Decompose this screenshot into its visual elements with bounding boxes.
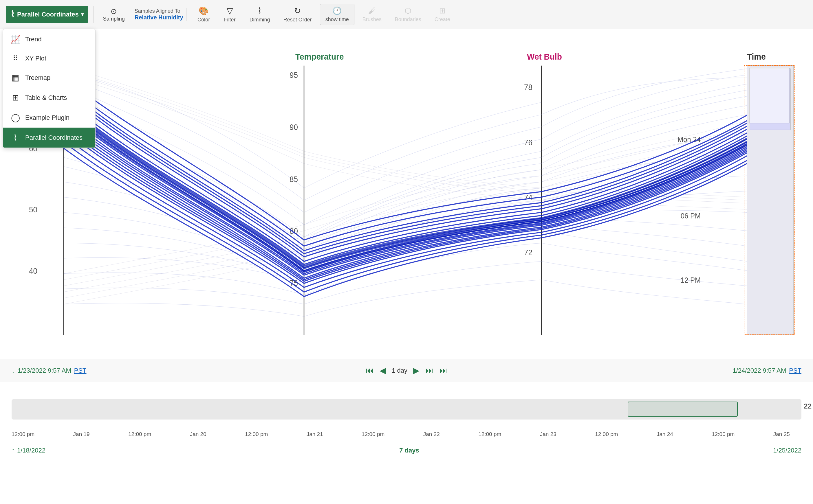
parallel-coords-chart: 70 60 50 40 95 90 85 80 75 78 76 74 72 T… [0, 29, 813, 457]
svg-rect-26 [749, 68, 789, 123]
date-left: 1/23/2022 9:57 AM [18, 367, 71, 374]
svg-text:74: 74 [524, 193, 533, 202]
skip-back-button[interactable]: ⏮ [366, 366, 374, 375]
color-button[interactable]: 🎨 Color [192, 4, 215, 25]
end-button[interactable]: ⏭ [439, 366, 447, 375]
brushes-icon: 🖌 [368, 6, 376, 15]
date-right: 1/24/2022 9:57 AM [733, 367, 786, 374]
svg-text:76: 76 [524, 138, 533, 147]
back-button[interactable]: ◀ [379, 366, 386, 375]
tick-5: Jan 21 [306, 431, 323, 437]
bottom-left-date-area: ↑ 1/18/2022 [12, 447, 45, 454]
treemap-icon: ▦ [10, 73, 21, 82]
show-time-button[interactable]: 🕐 show time [320, 4, 354, 25]
dropdown-item-xyplot[interactable]: ⠿ XY Plot [3, 49, 95, 68]
tick-3: Jan 20 [190, 431, 206, 437]
bottom-left-date: 1/18/2022 [17, 447, 45, 454]
sampling-button[interactable]: ⊙ Sampling [99, 5, 129, 24]
toolbar: ⌇ Parallel Coordinates ▾ ⊙ Sampling Samp… [0, 0, 813, 29]
create-button[interactable]: ⊞ Create [430, 4, 456, 25]
chevron-down-icon: ▾ [81, 11, 84, 18]
dropdown-item-table[interactable]: ⊞ Table & Charts [3, 88, 95, 108]
xyplot-label: XY Plot [25, 55, 46, 62]
filter-label: Filter [224, 17, 236, 23]
example-label: Example Plugin [25, 114, 69, 122]
skip-forward-button[interactable]: ⏭ [425, 366, 434, 375]
tick-7: Jan 22 [423, 431, 440, 437]
tick-10: 12:00 pm [595, 431, 618, 437]
create-label: Create [435, 16, 450, 23]
forward-button[interactable]: ▶ [413, 366, 420, 375]
brushes-label: Brushes [362, 16, 381, 23]
filter-icon: ▽ [227, 6, 233, 16]
dropdown-item-trend[interactable]: 📈 Trend [3, 29, 95, 49]
tick-12: 12:00 pm [712, 431, 735, 437]
svg-text:95: 95 [289, 71, 298, 80]
samples-aligned-info: Samples Aligned To: Relative Humidity [132, 8, 186, 21]
svg-text:Time: Time [747, 52, 766, 61]
color-icon: 🎨 [199, 6, 209, 16]
navigation-bar: ↓ 1/23/2022 9:57 AM PST ⏮ ◀ 1 day ▶ ⏭ ⏭ … [0, 359, 813, 382]
date-left-area: ↓ 1/23/2022 9:57 AM PST [12, 367, 87, 374]
dropdown-item-example[interactable]: ◯ Example Plugin [3, 108, 95, 128]
tick-4: 12:00 pm [245, 431, 268, 437]
example-icon: ◯ [10, 113, 21, 122]
dropdown-item-parallel[interactable]: ⌇ Parallel Coordinates [3, 128, 95, 148]
tz-left[interactable]: PST [74, 367, 87, 374]
table-label: Table & Charts [25, 94, 67, 102]
timeline-ticks: 12:00 pm Jan 19 12:00 pm Jan 20 12:00 pm… [12, 431, 790, 437]
svg-text:78: 78 [524, 83, 533, 92]
trend-icon: 📈 [10, 34, 21, 44]
svg-text:Wet Bulb: Wet Bulb [527, 52, 562, 61]
chart-type-button[interactable]: ⌇ Parallel Coordinates ▾ [6, 6, 88, 23]
divider-1 [93, 6, 94, 23]
samples-aligned-label: Samples Aligned To: [135, 8, 182, 14]
scrollbar-handle[interactable] [628, 402, 738, 417]
parallel-coords-icon: ⌇ [10, 9, 15, 19]
parallel-label: Parallel Coordinates [25, 134, 82, 141]
tick-8: 12:00 pm [478, 431, 501, 437]
trend-label: Trend [25, 36, 42, 43]
color-label: Color [197, 17, 210, 23]
bottom-right-date: 1/25/2022 [773, 447, 801, 454]
tick-6: 12:00 pm [361, 431, 384, 437]
table-icon: ⊞ [10, 93, 21, 102]
nav-controls: ⏮ ◀ 1 day ▶ ⏭ ⏭ [366, 366, 447, 375]
boundaries-button[interactable]: ⬡ Boundaries [390, 4, 427, 25]
reset-order-button[interactable]: ↻ Reset Order [278, 4, 317, 25]
dropdown-item-treemap[interactable]: ▦ Treemap [3, 68, 95, 88]
dimming-button[interactable]: ⌇ Dimming [244, 4, 275, 25]
create-icon: ⊞ [439, 6, 446, 15]
tz-right[interactable]: PST [789, 367, 801, 374]
period-label: 1 day [392, 367, 408, 374]
timeline-scrollbar[interactable]: 22 [12, 399, 801, 420]
reset-order-icon: ↻ [294, 6, 301, 16]
svg-text:90: 90 [289, 123, 298, 132]
show-time-label: show time [325, 16, 349, 23]
chart-area: 70 60 50 40 95 90 85 80 75 78 76 74 72 T… [0, 29, 813, 457]
svg-text:06 PM: 06 PM [681, 212, 701, 220]
tick-11: Jan 24 [657, 431, 673, 437]
parallel-icon: ⌇ [10, 133, 21, 142]
bottom-dates: ↑ 1/18/2022 7 days 1/25/2022 [12, 447, 801, 454]
svg-text:12 PM: 12 PM [681, 276, 701, 284]
chart-type-dropdown: 📈 Trend ⠿ XY Plot ▦ Treemap ⊞ Table & Ch… [3, 29, 96, 148]
xyplot-icon: ⠿ [10, 54, 21, 62]
boundaries-icon: ⬡ [405, 6, 412, 15]
tick-0: 12:00 pm [12, 431, 34, 437]
samples-aligned-value: Relative Humidity [135, 14, 183, 21]
brushes-button[interactable]: 🖌 Brushes [357, 4, 387, 25]
dimming-icon: ⌇ [258, 6, 262, 16]
tick-1: Jan 19 [73, 431, 90, 437]
reset-order-label: Reset Order [283, 17, 312, 23]
svg-text:40: 40 [29, 266, 37, 275]
show-time-icon: 🕐 [332, 6, 342, 15]
tick-9: Jan 23 [540, 431, 557, 437]
svg-text:Temperature: Temperature [295, 52, 344, 61]
date-right-area: 1/24/2022 9:57 AM PST [733, 367, 802, 374]
treemap-label: Treemap [25, 74, 50, 82]
filter-button[interactable]: ▽ Filter [218, 4, 241, 25]
boundaries-label: Boundaries [395, 16, 421, 23]
tick-13: Jan 25 [773, 431, 790, 437]
bottom-center-label: 7 days [399, 447, 419, 454]
